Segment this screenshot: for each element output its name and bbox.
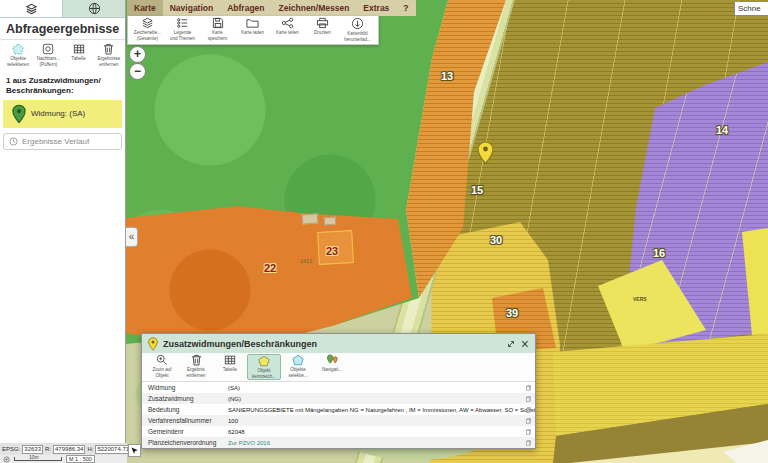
sidebar-title: Abfrageergebnisse — [0, 18, 125, 40]
menu-tab-karte[interactable]: Karte — [127, 0, 163, 16]
app-window: 13 14 15 16 22 23 30 39 1413 VERS Karte … — [0, 0, 768, 463]
zoom-out-button[interactable]: − — [129, 63, 146, 80]
trash-icon — [103, 43, 114, 55]
drawing-area-button[interactable]: Zeichenebe... (Gesamte) — [130, 17, 165, 43]
row-action-icon[interactable] — [526, 429, 531, 435]
layers-icon — [141, 17, 154, 29]
select-polygon-icon — [12, 43, 24, 55]
epsg-label: EPSG: — [2, 446, 20, 452]
trash-icon — [191, 354, 202, 366]
r-coordinate[interactable]: 479986.34 — [53, 445, 85, 454]
folder-icon — [246, 17, 259, 29]
mark-object-button[interactable]: Objekt kennzeich... — [247, 354, 281, 380]
table-row: Bedeutung SANIERUNGSGEBIETE mit Mängelan… — [142, 404, 535, 415]
expand-icon[interactable] — [506, 339, 516, 349]
download-map-image-button[interactable]: Kartenbild herunterlad... — [340, 17, 375, 43]
sidebar-tabs — [0, 0, 125, 18]
r-label: R: — [45, 446, 51, 452]
attribute-table: Widmung (SA) Zusatzwidmung (NG) Bedeutun… — [142, 382, 535, 448]
building — [324, 217, 337, 226]
zoom-to-object-button[interactable]: Zoom auf Objekt — [145, 354, 179, 380]
table-row: Widmung (SA) — [142, 382, 535, 393]
map-result-pin[interactable] — [477, 141, 494, 165]
zone-label-39: 39 — [506, 307, 518, 319]
navigate-button[interactable]: Navigati... — [315, 354, 349, 380]
table-button[interactable]: Tabelle — [65, 43, 93, 68]
load-map-button[interactable]: Karte laden — [235, 17, 270, 43]
target-icon[interactable] — [3, 456, 10, 463]
results-history-panel[interactable]: Ergebnisse Verlauf — [3, 133, 122, 150]
zone-label-14: 14 — [716, 124, 728, 136]
pzvo-link[interactable]: Zur PZVO 2016 — [228, 440, 535, 446]
table-icon — [73, 43, 85, 55]
menu-tab-help[interactable]: ? — [396, 0, 415, 16]
parcel-number-label: 1413 — [300, 258, 312, 264]
h-coordinate[interactable]: 5220074.71 — [95, 445, 131, 454]
history-icon — [9, 137, 18, 146]
vers-label: VERS — [633, 296, 647, 302]
marker-tool-button[interactable] — [128, 444, 141, 457]
result-count-heading: 1 aus Zusatzwidmungen/ Beschränkungen: — [0, 70, 125, 100]
coordinate-statusbar: EPSG: 32633 R: 479986.34 H: 5220074.71 — [0, 443, 127, 455]
share-map-button[interactable]: Karte teilen — [270, 17, 305, 43]
menu-tab-abfragen[interactable]: Abfragen — [220, 0, 271, 16]
zoom-in-button[interactable]: + — [129, 46, 146, 63]
layers-icon — [25, 3, 38, 15]
table-row: Zusatzwidmung (NG) — [142, 393, 535, 404]
karte-toolbar: Zeichenebe... (Gesamte) Legende und Them… — [127, 16, 379, 45]
print-button[interactable]: Drucken — [305, 17, 340, 43]
share-icon — [281, 17, 294, 29]
green-pin-icon — [12, 104, 26, 124]
select-objects-button[interactable]: Objekte selektieren — [4, 43, 32, 68]
row-action-icon[interactable] — [526, 396, 531, 402]
zoom-object-icon — [156, 354, 168, 366]
save-map-button[interactable]: Karte speichern — [200, 17, 235, 43]
scale-bar: 10m — [14, 457, 62, 461]
select-polygon-icon — [292, 354, 304, 366]
close-icon[interactable]: × — [521, 337, 529, 351]
buffer-icon — [42, 43, 54, 55]
scale-statusbar: 10m M 1 : 500 — [0, 455, 127, 463]
epsg-value[interactable]: 32633 — [22, 445, 43, 454]
legend-themes-button[interactable]: Legende und Themen — [165, 17, 200, 43]
printer-icon — [316, 17, 329, 29]
sidebar-toolbar: Objekte selektieren Nachbars... (Puffern… — [0, 40, 125, 70]
zone-label-30: 30 — [490, 234, 502, 246]
select-objects-button[interactable]: Objekte selektie... — [281, 354, 315, 380]
sidebar-tab-layers[interactable] — [0, 0, 63, 17]
zone-label-23: 23 — [326, 245, 338, 257]
remove-results-button[interactable]: Ergebnisse entfernen — [95, 43, 123, 68]
table-icon — [224, 354, 236, 366]
mark-polygon-icon — [258, 355, 270, 367]
popup-toolbar: Zoom auf Objekt Ergebnis entfernen Tabel… — [142, 353, 535, 382]
globe-icon — [88, 2, 101, 15]
quick-search-input[interactable]: Schne — [734, 1, 768, 16]
table-row: Verfahrensfallnummer 100 — [142, 415, 535, 426]
zone-label-16: 16 — [653, 247, 665, 259]
zone-label-13: 13 — [441, 70, 453, 82]
neighbors-buffer-button[interactable]: Nachbars... (Puffern) — [34, 43, 62, 68]
scale-value[interactable]: M 1 : 500 — [66, 455, 95, 463]
sidebar-tab-globe[interactable] — [63, 0, 125, 17]
result-item-label: Widmung: (SA) — [31, 109, 85, 118]
remove-result-button[interactable]: Ergebnis entfernen — [179, 354, 213, 380]
attributes-popup: Zusatzwidmungen/Beschränkungen × Zoom au… — [141, 333, 536, 449]
zone-label-22: 22 — [264, 262, 276, 274]
menu-tab-navigation[interactable]: Navigation — [163, 0, 220, 16]
table-row: Planzeichenverordnung Zur PZVO 2016 — [142, 437, 535, 448]
popup-title: Zusatzwidmungen/Beschränkungen — [163, 339, 501, 349]
row-action-icon[interactable] — [526, 407, 531, 413]
table-button[interactable]: Tabelle — [213, 354, 247, 380]
row-action-icon[interactable] — [526, 418, 531, 424]
menu-tab-zeichnen-messen[interactable]: Zeichnen/Messen — [272, 0, 357, 16]
sidebar-collapse-button[interactable]: « — [126, 227, 138, 247]
row-action-icon[interactable] — [526, 385, 531, 391]
menubar: Karte Navigation Abfragen Zeichnen/Messe… — [127, 0, 416, 16]
popup-header[interactable]: Zusatzwidmungen/Beschränkungen × — [142, 334, 535, 353]
result-list-item[interactable]: Widmung: (SA) — [3, 100, 122, 128]
building — [302, 213, 319, 224]
row-action-icon[interactable] — [526, 440, 531, 446]
download-icon — [351, 17, 364, 30]
menu-tab-extras[interactable]: Extras — [356, 0, 396, 16]
table-row: Gemeindenr 62048 — [142, 426, 535, 437]
